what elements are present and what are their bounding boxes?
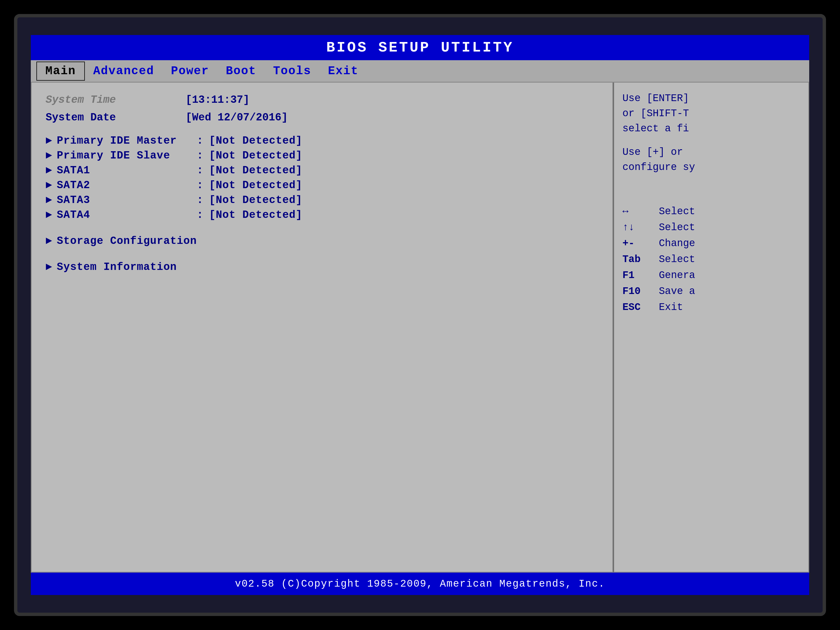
arrow-icon: ► xyxy=(46,135,52,147)
sata1-value: [Not Detected] xyxy=(209,164,302,177)
sata4-item[interactable]: ► SATA4 : [Not Detected] xyxy=(46,209,598,221)
system-info-item[interactable]: ► System Information xyxy=(46,261,598,273)
sata3-label: SATA3 xyxy=(57,194,197,206)
key-legend-f1: F1 Genera xyxy=(622,270,800,281)
right-panel: Use [ENTER] or [SHIFT-T select a fi Use … xyxy=(613,83,809,573)
arrow-icon: ► xyxy=(46,164,52,177)
monitor: BIOS SETUP UTILITY Main Advanced Power B… xyxy=(14,14,826,616)
primary-ide-master-value: [Not Detected] xyxy=(209,135,302,147)
nav-item-power[interactable]: Power xyxy=(163,62,217,80)
system-info-label: System Information xyxy=(57,261,197,273)
sata2-value: [Not Detected] xyxy=(209,179,302,191)
help-text-2: Use [+] or configure sy xyxy=(622,145,800,175)
key-legend-tab: Tab Select xyxy=(622,254,800,265)
status-bar-text: v02.58 (C)Copyright 1985-2009, American … xyxy=(235,578,605,590)
sata2-label: SATA2 xyxy=(57,179,197,191)
primary-ide-slave-value: [Not Detected] xyxy=(209,150,302,161)
system-time-row: System Time [13:11:37] xyxy=(46,94,598,106)
storage-config-label: Storage Configuration xyxy=(57,235,197,247)
arrow-icon: ► xyxy=(46,209,52,221)
arrow-icon: ► xyxy=(46,194,52,206)
sata1-item[interactable]: ► SATA1 : [Not Detected] xyxy=(46,164,598,177)
system-time-value[interactable]: [13:11:37] xyxy=(186,94,249,106)
help-text-1: Use [ENTER] or [SHIFT-T select a fi xyxy=(622,91,800,136)
primary-ide-slave-label: Primary IDE Slave xyxy=(57,150,197,161)
primary-ide-master-label: Primary IDE Master xyxy=(57,135,197,147)
nav-item-main[interactable]: Main xyxy=(36,62,85,81)
nav-bar: Main Advanced Power Boot Tools Exit xyxy=(31,60,809,83)
sata4-value: [Not Detected] xyxy=(209,209,302,221)
key-legend-f10: F10 Save a xyxy=(622,286,800,297)
system-date-label: System Date xyxy=(46,111,186,123)
system-time-label: System Time xyxy=(46,94,186,106)
title-bar-text: BIOS SETUP UTILITY xyxy=(326,39,514,56)
arrow-icon: ► xyxy=(46,179,52,191)
screen: BIOS SETUP UTILITY Main Advanced Power B… xyxy=(31,35,809,595)
arrow-icon: ► xyxy=(46,261,52,273)
sata2-item[interactable]: ► SATA2 : [Not Detected] xyxy=(46,179,598,191)
nav-item-tools[interactable]: Tools xyxy=(265,62,319,80)
nav-item-exit[interactable]: Exit xyxy=(319,62,367,80)
nav-item-advanced[interactable]: Advanced xyxy=(85,62,163,80)
key-legend-esc: ESC Exit xyxy=(622,302,800,313)
sata3-item[interactable]: ► SATA3 : [Not Detected] xyxy=(46,194,598,206)
key-legend-plusminus: +- Change xyxy=(622,238,800,249)
title-bar: BIOS SETUP UTILITY xyxy=(31,35,809,60)
arrow-icon: ► xyxy=(46,150,52,161)
sata3-value: [Not Detected] xyxy=(209,194,302,206)
left-panel: System Time [13:11:37] System Date [Wed … xyxy=(31,83,613,573)
primary-ide-master-item[interactable]: ► Primary IDE Master : [Not Detected] xyxy=(46,135,598,147)
storage-config-item[interactable]: ► Storage Configuration xyxy=(46,235,598,247)
sata1-label: SATA1 xyxy=(57,164,197,177)
key-legend-arrows-ud: ↑↓ Select xyxy=(622,222,800,233)
status-bar: v02.58 (C)Copyright 1985-2009, American … xyxy=(31,573,809,595)
sata4-label: SATA4 xyxy=(57,209,197,221)
primary-ide-slave-item[interactable]: ► Primary IDE Slave : [Not Detected] xyxy=(46,150,598,161)
system-date-value[interactable]: [Wed 12/07/2016] xyxy=(186,111,288,123)
nav-item-boot[interactable]: Boot xyxy=(218,62,265,80)
system-date-row: System Date [Wed 12/07/2016] xyxy=(46,111,598,123)
main-content: System Time [13:11:37] System Date [Wed … xyxy=(31,83,809,573)
key-legend-arrows-lr: ↔ Select xyxy=(622,206,800,217)
arrow-icon: ► xyxy=(46,235,52,247)
